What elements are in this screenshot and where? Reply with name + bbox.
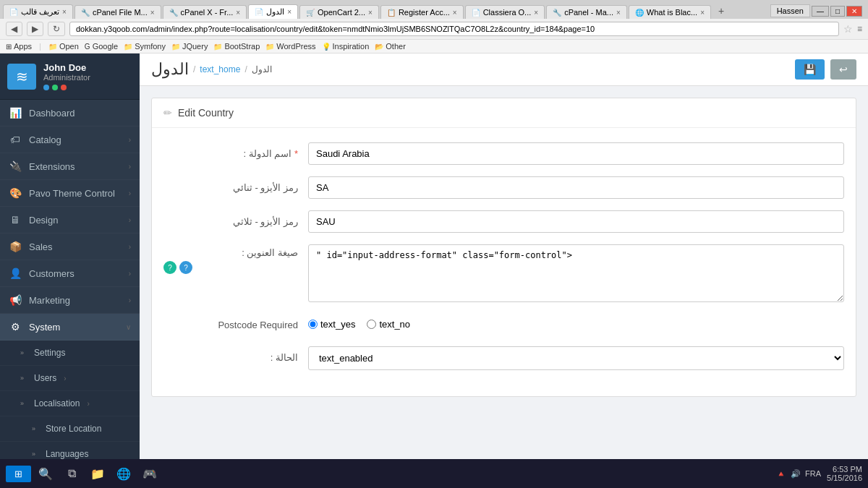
sidebar-item-label: Dashboard	[29, 108, 131, 119]
sidebar-item-store-location[interactable]: » Store Location	[0, 416, 140, 442]
tab-close[interactable]: ×	[453, 9, 457, 17]
form-group-country-name: * اسم الدولة :	[163, 142, 844, 165]
sidebar-item-users[interactable]: » Users ›	[0, 366, 140, 391]
browser-tab-1[interactable]: 📄 تعریف قالب ×	[3, 4, 73, 19]
postcode-no-option[interactable]: text_no	[367, 319, 410, 330]
tab-close[interactable]: ×	[700, 9, 705, 17]
dot-blue	[43, 85, 49, 90]
sidebar-item-extensions[interactable]: 🔌 Extensions ›	[0, 153, 140, 180]
forward-button[interactable]: ▶	[27, 22, 43, 36]
taskbar: ⊞ 🔍 ⧉ 📁 🌐 🎮 🔺 🔊 FRA 6:53 PM 5/15/2016	[0, 459, 868, 488]
bookmark-symfony[interactable]: 📁 Symfony	[124, 42, 166, 51]
bookmark-open[interactable]: 📁 Open	[48, 42, 79, 51]
iso3-label: رمز الأيزو - ثلاثي	[163, 210, 308, 227]
tab-close[interactable]: ×	[150, 9, 155, 17]
arrow-icon: ›	[64, 374, 66, 382]
iso2-input[interactable]	[308, 176, 844, 199]
menu-icon[interactable]: ≡	[857, 24, 862, 34]
maximize-button[interactable]: □	[830, 6, 845, 17]
form-group-postcode: Postcode Required text_yes text_no	[163, 314, 844, 335]
postcode-radio-group: text_yes text_no	[308, 314, 410, 335]
main-content: الدول / text_home / الدول 💾 ↩ ✏ Edit Cou…	[140, 53, 868, 479]
volume-icon: 🔊	[791, 469, 801, 479]
postcode-no-radio[interactable]	[367, 320, 376, 329]
form-group-iso3: رمز الأيزو - ثلاثي	[163, 210, 844, 233]
sidebar-item-sales[interactable]: 📦 Sales ›	[0, 234, 140, 260]
sidebar-item-customers[interactable]: 👤 Customers ›	[0, 260, 140, 287]
address-format-label: صيغة العنوين :	[163, 247, 298, 258]
status-label: الحالة :	[163, 346, 308, 363]
bookmark-jquery[interactable]: 📁 JQuery	[171, 42, 208, 51]
bookmark-bootstrap[interactable]: 📁 BootStrap	[213, 42, 260, 51]
taskbar-app[interactable]: 🎮	[138, 462, 161, 485]
tab-close[interactable]: ×	[616, 9, 621, 17]
taskbar-clock: 6:53 PM 5/15/2016	[827, 465, 862, 482]
postcode-yes-option[interactable]: text_yes	[308, 319, 355, 330]
tab-close[interactable]: ×	[368, 9, 373, 17]
new-tab-button[interactable]: +	[712, 3, 730, 19]
refresh-button[interactable]: ↻	[48, 22, 65, 36]
browser-tab-9[interactable]: 🌐 What is Blac... ×	[629, 5, 711, 19]
bookmark-wordpress[interactable]: 📁 WordPress	[265, 42, 315, 51]
sidebar-item-settings[interactable]: » Settings	[0, 341, 140, 366]
form-group-status: الحالة : text_enabled text_disabled	[163, 346, 844, 370]
browser-tab-2[interactable]: 🔧 cPanel File M... ×	[75, 5, 161, 19]
save-button[interactable]: 💾	[795, 59, 825, 80]
sidebar-item-design[interactable]: 🖥 Design ›	[0, 207, 140, 234]
arrow-icon: ›	[129, 163, 131, 171]
address-bar[interactable]	[69, 22, 839, 36]
postcode-label: Postcode Required	[163, 314, 308, 330]
start-button[interactable]: ⊞	[6, 466, 31, 482]
browser-tab-6[interactable]: 📋 Register Acc... ×	[380, 5, 464, 19]
tab-close[interactable]: ×	[236, 9, 240, 17]
taskbar-search[interactable]: 🔍	[34, 462, 57, 485]
bookmark-inspiration[interactable]: 💡 Inspiration	[322, 42, 370, 51]
sidebar-item-marketing[interactable]: 📢 Marketing ›	[0, 287, 140, 314]
browser-tab-3[interactable]: 🔧 cPanel X - Fr... ×	[163, 5, 247, 19]
info-btn-teal[interactable]: ?	[163, 261, 176, 274]
breadcrumb-home[interactable]: text_home	[200, 64, 240, 74]
browser-tab-5[interactable]: 🛒 OpenCart 2... ×	[299, 5, 379, 19]
country-name-input[interactable]	[308, 142, 844, 165]
postcode-yes-radio[interactable]	[308, 320, 318, 329]
taskbar-task-view[interactable]: ⧉	[60, 462, 83, 485]
status-select[interactable]: text_enabled text_disabled	[308, 346, 844, 370]
tab-close[interactable]: ×	[534, 9, 538, 17]
back-button[interactable]: ↩	[830, 59, 856, 80]
breadcrumb-current: الدول	[252, 64, 272, 74]
edit-icon: ✏	[163, 107, 172, 119]
close-button[interactable]: ✕	[846, 6, 862, 17]
bookmark-other[interactable]: 📂 Other	[375, 42, 406, 51]
address-format-textarea[interactable]: " id="input-address-format" class="form-…	[308, 244, 844, 302]
sales-icon: 📦	[9, 241, 22, 252]
tab-close[interactable]: ×	[62, 8, 67, 16]
bookmark-google[interactable]: G Google	[85, 42, 118, 51]
browser-tab-4-active[interactable]: 📄 الدول ×	[248, 4, 298, 19]
sidebar-item-system[interactable]: ⚙ System ∨	[0, 314, 140, 341]
tab-close[interactable]: ×	[287, 8, 292, 16]
catalog-icon: 🏷	[9, 134, 22, 145]
customers-icon: 👤	[9, 267, 22, 279]
lang-indicator: FRA	[805, 469, 821, 478]
iso2-label: رمز الأيزو - ثنائي	[163, 176, 308, 193]
info-btn-blue[interactable]: ?	[179, 261, 192, 274]
pavo-icon: 🎨	[9, 187, 22, 199]
breadcrumb: الدول / text_home / الدول	[151, 60, 272, 79]
action-buttons: 💾 ↩	[795, 59, 856, 80]
sidebar-item-pavo[interactable]: 🎨 Pavo Theme Control ›	[0, 180, 140, 207]
arrow-icon: ›	[129, 136, 131, 144]
taskbar-file-explorer[interactable]: 📁	[86, 462, 109, 485]
dot-red	[61, 85, 67, 90]
bookmark-apps[interactable]: ⊞ Apps	[6, 42, 32, 51]
iso3-input[interactable]	[308, 210, 844, 233]
taskbar-chrome[interactable]: 🌐	[112, 462, 135, 485]
minimize-button[interactable]: —	[812, 6, 829, 17]
bookmark-star[interactable]: ☆	[843, 23, 853, 35]
sidebar-item-localisation[interactable]: » Localisation ›	[0, 391, 140, 416]
sidebar-item-catalog[interactable]: 🏷 Catalog ›	[0, 127, 140, 153]
back-button[interactable]: ◀	[6, 22, 22, 36]
sidebar-item-dashboard[interactable]: 📊 Dashboard	[0, 100, 140, 127]
panel-body: * اسم الدولة : رمز الأيزو - ثنائي	[152, 128, 856, 396]
browser-tab-8[interactable]: 🔧 cPanel - Ma... ×	[546, 5, 627, 19]
browser-tab-7[interactable]: 📄 Classiera O... ×	[465, 5, 545, 19]
